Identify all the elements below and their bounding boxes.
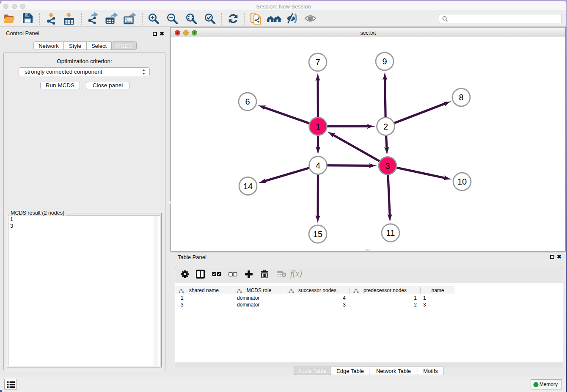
svg-text:9: 9	[382, 57, 387, 66]
svg-text:7: 7	[315, 58, 320, 67]
svg-text:15: 15	[313, 229, 322, 239]
svg-text:3: 3	[385, 161, 390, 171]
svg-text:10: 10	[457, 177, 467, 186]
svg-text:2: 2	[383, 122, 388, 131]
svg-text:8: 8	[459, 93, 463, 102]
svg-text:6: 6	[245, 97, 250, 106]
svg-text:1: 1	[316, 122, 320, 131]
svg-text:4: 4	[316, 161, 320, 170]
svg-text:11: 11	[386, 228, 395, 237]
svg-text:14: 14	[243, 182, 253, 191]
